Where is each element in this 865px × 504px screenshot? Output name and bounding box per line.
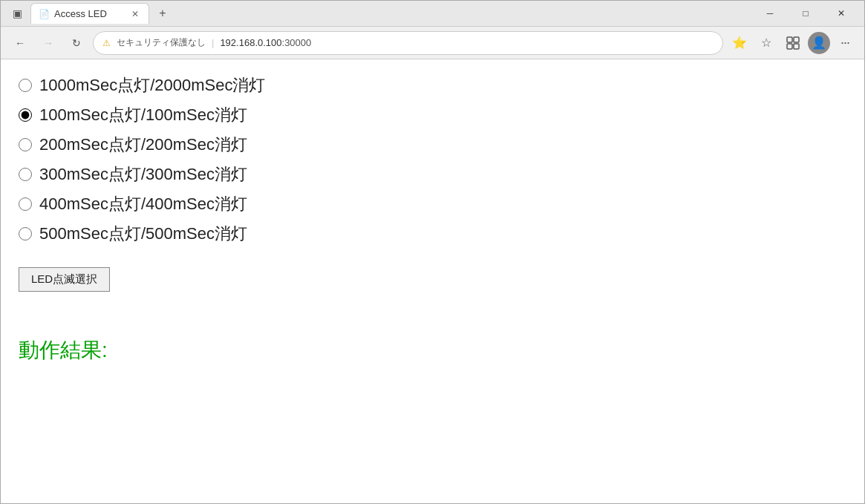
led-radio-item-6[interactable]: 500mSec点灯/500mSec消灯 [19, 223, 846, 245]
led-radio-item-3[interactable]: 200mSec点灯/200mSec消灯 [19, 134, 846, 156]
close-btn[interactable]: ✕ [824, 3, 858, 24]
collections-btn[interactable] [781, 31, 805, 55]
led-radio-item-1[interactable]: 1000mSec点灯/2000mSec消灯 [19, 74, 846, 96]
window-controls: ─ □ ✕ [753, 3, 858, 24]
profile-btn[interactable]: 👤 [808, 32, 830, 54]
led-radio-label-1: 1000mSec点灯/2000mSec消灯 [39, 74, 265, 96]
svg-rect-2 [787, 44, 792, 49]
new-tab-btn[interactable]: + [152, 3, 173, 24]
svg-rect-1 [794, 37, 799, 42]
url-host: 192.168.0.100:30000 [220, 37, 311, 48]
page-content: 1000mSec点灯/2000mSec消灯100mSec点灯/100mSec消灯… [1, 59, 864, 503]
restore-btn[interactable]: □ [789, 3, 823, 24]
nav-bar: ← → ↻ ⚠ セキュリティ保護なし | 192.168.0.100:30000… [1, 27, 864, 59]
led-radio-item-4[interactable]: 300mSec点灯/300mSec消灯 [19, 163, 846, 186]
led-radio-item-5[interactable]: 400mSec点灯/400mSec消灯 [19, 193, 846, 215]
tab-title-label: Access LED [54, 8, 125, 19]
led-radio-label-6: 500mSec点灯/500mSec消灯 [39, 223, 247, 245]
led-radio-6[interactable] [19, 227, 32, 240]
led-radio-3[interactable] [19, 138, 32, 151]
back-btn[interactable]: ← [8, 31, 32, 55]
favorites-btn[interactable]: ☆ [754, 31, 778, 55]
led-radio-item-2[interactable]: 100mSec点灯/100mSec消灯 [19, 104, 846, 126]
led-radio-1[interactable] [19, 79, 32, 92]
led-radio-label-4: 300mSec点灯/300mSec消灯 [39, 163, 247, 186]
led-select-btn[interactable]: LED点滅選択 [19, 267, 110, 292]
toolbar-icons: ⭐ ☆ 👤 ··· [728, 31, 857, 55]
svg-rect-0 [787, 37, 792, 42]
result-label: 動作結果: [19, 336, 846, 364]
led-radio-5[interactable] [19, 197, 32, 211]
minimize-btn[interactable]: ─ [753, 3, 787, 24]
active-tab[interactable]: 📄 Access LED ✕ [30, 3, 149, 24]
tab-close-btn[interactable]: ✕ [129, 8, 141, 20]
tab-favicon: 📄 [39, 9, 50, 19]
svg-rect-3 [794, 44, 799, 49]
security-warning-icon: ⚠ [102, 38, 111, 48]
led-radio-2[interactable] [19, 108, 32, 122]
led-radio-label-5: 400mSec点灯/400mSec消灯 [39, 193, 247, 215]
tab-bar: 📄 Access LED ✕ + [30, 3, 750, 24]
led-radio-4[interactable] [19, 168, 32, 181]
more-options-btn[interactable]: ··· [833, 31, 857, 55]
sidebar-toggle-btn[interactable]: ▣ [7, 3, 27, 24]
led-radio-label-2: 100mSec点灯/100mSec消灯 [39, 104, 247, 126]
led-radio-group: 1000mSec点灯/2000mSec消灯100mSec点灯/100mSec消灯… [19, 74, 846, 245]
refresh-btn[interactable]: ↻ [65, 31, 88, 55]
browser-window: ▣ 📄 Access LED ✕ + ─ □ ✕ ← → ↻ ⚠ セキュリティ保… [0, 0, 865, 504]
address-bar[interactable]: ⚠ セキュリティ保護なし | 192.168.0.100:30000 [93, 31, 723, 55]
led-radio-label-3: 200mSec点灯/200mSec消灯 [39, 134, 247, 156]
favorites-collection-btn[interactable]: ⭐ [728, 31, 751, 55]
url-divider: | [212, 37, 214, 48]
title-bar: ▣ 📄 Access LED ✕ + ─ □ ✕ [1, 1, 864, 27]
forward-btn[interactable]: → [36, 31, 60, 55]
security-text: セキュリティ保護なし [117, 36, 206, 49]
